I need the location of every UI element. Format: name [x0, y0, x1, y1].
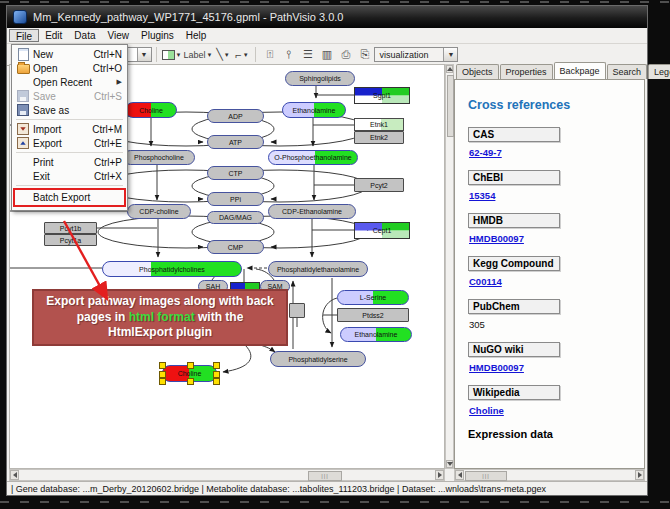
selection-handle[interactable]: [213, 362, 220, 369]
scroll-right-button[interactable]: [435, 470, 444, 480]
menu-item-open[interactable]: OpenCtrl+O: [13, 61, 126, 75]
new-datanode-button[interactable]: ▼: [162, 46, 182, 63]
canvas-horizontal-scrollbar[interactable]: |||: [9, 469, 445, 481]
node-ethanolamine[interactable]: Ethanolamine: [282, 102, 346, 118]
menu-item-label: Exit: [33, 171, 88, 182]
node-pcyt2[interactable]: Pcyt2: [354, 178, 404, 192]
node-phosphatidylcholines[interactable]: Phosphatidylcholines: [102, 261, 242, 277]
scroll-left-button[interactable]: [455, 470, 464, 480]
menu-file[interactable]: File: [9, 29, 39, 42]
node-atp[interactable]: ATP: [207, 135, 264, 149]
menu-item-batch-export[interactable]: Batch Export: [13, 188, 126, 207]
node-cdp-choline[interactable]: CDP-choline: [127, 204, 191, 219]
new-label-button[interactable]: Label▼: [183, 46, 212, 63]
menu-item-export[interactable]: ExportCtrl+E: [13, 136, 126, 150]
scroll-up-button[interactable]: [446, 65, 453, 73]
xref-link[interactable]: C00114: [469, 276, 502, 287]
database-value: Choline: [469, 405, 636, 416]
annotation-line-2: pages in html format with the: [34, 310, 286, 326]
xref-link[interactable]: 62-49-7: [469, 147, 502, 158]
chevron-down-icon[interactable]: ▼: [176, 52, 182, 58]
selection-handle[interactable]: [213, 378, 220, 385]
chevron-down-icon[interactable]: ▼: [243, 52, 249, 58]
node-ethanolamine[interactable]: Ethanolamine: [340, 327, 412, 342]
tab-legend[interactable]: Legend: [648, 64, 670, 79]
stack-vertical-button[interactable]: ▥: [318, 46, 335, 63]
menu-item-print[interactable]: PrintCtrl+P: [13, 155, 126, 169]
selection-handle[interactable]: [159, 362, 166, 369]
new-line-button[interactable]: ╲▼: [214, 46, 231, 63]
node-phosphocholine[interactable]: Phosphocholine: [123, 150, 195, 165]
node-sgpl1[interactable]: Sgpl1: [354, 87, 410, 104]
selection-handle[interactable]: [159, 378, 166, 385]
canvas-vertical-scrollbar[interactable]: [445, 64, 454, 469]
visualization-combobox[interactable]: visualization ▼: [374, 47, 458, 62]
panel-horizontal-scrollbar[interactable]: |||: [454, 469, 645, 481]
xref-link[interactable]: HMDB00097: [469, 233, 524, 244]
xref-link[interactable]: Choline: [469, 405, 504, 416]
node-phosphatidylserine[interactable]: Phosphatidylserine: [270, 351, 366, 367]
node-o-phosphoethanolamine[interactable]: O-Phosphoethanolamine: [268, 150, 358, 165]
stack-horizontal-button[interactable]: ☰: [299, 46, 316, 63]
node-ctp[interactable]: CTP: [207, 166, 264, 180]
export-image-button[interactable]: ⎙: [337, 46, 354, 63]
chevron-down-icon[interactable]: ▼: [224, 52, 230, 58]
node-cept1[interactable]: Cept1: [354, 222, 410, 239]
node-etnk1[interactable]: Etnk1: [354, 118, 404, 131]
node-choline[interactable]: Choline: [125, 102, 177, 118]
selection-handle[interactable]: [159, 371, 166, 378]
xref-link[interactable]: 15354: [469, 190, 495, 201]
stack-vertical-icon: ▥: [322, 48, 332, 61]
node-ptdss2[interactable]: Ptdss2: [337, 308, 409, 322]
horizontal-scroll-thumb[interactable]: |||: [465, 471, 507, 481]
node-adp[interactable]: ADP: [207, 109, 264, 123]
tab-backpage[interactable]: Backpage: [554, 62, 606, 79]
menu-item-spacer: [16, 156, 30, 168]
node-etnk2[interactable]: Etnk2: [354, 131, 404, 144]
tab-objects[interactable]: Objects: [456, 64, 499, 79]
scroll-left-button[interactable]: [10, 470, 19, 480]
xref-link[interactable]: HMDB00097: [469, 362, 524, 373]
node-phosphatidylethanolamine[interactable]: Phosphatidylethanolamine: [268, 261, 368, 277]
new-connector-button[interactable]: ⌐▼: [233, 46, 250, 63]
menu-item-save[interactable]: SaveCtrl+S: [13, 89, 126, 103]
node-dag-mag[interactable]: DAG/MAG: [207, 211, 264, 224]
node-sphingolipids[interactable]: Sphingolipids: [285, 71, 355, 86]
annotation-callout: Export pathway images along with back pa…: [32, 289, 288, 346]
menu-item-save-as[interactable]: Save as: [13, 103, 126, 117]
align-middle-button[interactable]: ⫯: [280, 46, 297, 63]
node-pcyt1a[interactable]: Pcyt1a: [44, 234, 97, 246]
selection-handle[interactable]: [213, 371, 220, 378]
menu-item-open-recent[interactable]: Open Recent▶: [13, 75, 126, 89]
selection-handle[interactable]: [187, 378, 194, 385]
node-ppi[interactable]: PPi: [207, 192, 264, 206]
menu-item-new[interactable]: NewCtrl+N: [13, 47, 126, 61]
horizontal-scroll-thumb[interactable]: |||: [308, 471, 342, 481]
data-panel-button[interactable]: ⎘: [356, 46, 373, 63]
menu-data[interactable]: Data: [68, 29, 101, 42]
menu-edit[interactable]: Edit: [39, 29, 68, 42]
menu-item-shortcut: Ctrl+P: [94, 157, 122, 168]
tab-properties[interactable]: Properties: [500, 64, 553, 79]
scroll-right-button[interactable]: [635, 470, 644, 480]
selection-handle[interactable]: [187, 362, 194, 369]
menu-plugins[interactable]: Plugins: [135, 29, 180, 42]
node-cmp[interactable]: CMP: [207, 240, 264, 254]
database-header: NuGO wiki: [468, 342, 560, 357]
chevron-down-icon[interactable]: ▼: [137, 48, 151, 61]
menu-item-exit[interactable]: ExitCtrl+X: [13, 169, 126, 183]
hidden-box-node[interactable]: [289, 303, 305, 318]
scroll-down-button[interactable]: [446, 460, 453, 468]
menu-view[interactable]: View: [101, 29, 135, 42]
vertical-scroll-thumb[interactable]: [447, 75, 454, 137]
menu-help[interactable]: Help: [180, 29, 213, 42]
menu-item-import[interactable]: ImportCtrl+M: [13, 122, 126, 136]
node-cdp-ethanolamine[interactable]: CDP-Ethanolamine: [268, 204, 356, 219]
chevron-down-icon[interactable]: ▼: [443, 48, 457, 61]
database-value: 15354: [469, 190, 636, 201]
align-center-button[interactable]: ⍐: [261, 46, 278, 63]
chevron-down-icon[interactable]: ▼: [207, 52, 213, 58]
node-pcyt1b[interactable]: Pcyt1b: [44, 222, 97, 234]
node-l-serine[interactable]: L-Serine: [337, 290, 409, 305]
tab-search[interactable]: Search: [607, 64, 648, 79]
